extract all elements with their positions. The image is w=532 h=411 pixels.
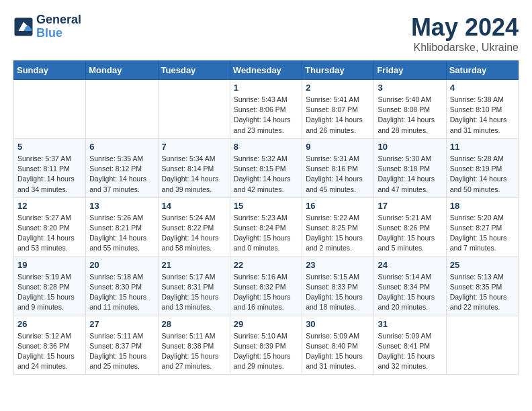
calendar-cell: 1Sunrise: 5:43 AMSunset: 8:06 PMDaylight… bbox=[230, 80, 302, 139]
day-info: Sunrise: 5:19 AMSunset: 8:28 PMDaylight:… bbox=[17, 272, 82, 313]
day-info: Sunrise: 5:09 AMSunset: 8:41 PMDaylight:… bbox=[378, 331, 442, 372]
calendar-cell: 16Sunrise: 5:22 AMSunset: 8:25 PMDayligh… bbox=[302, 197, 374, 257]
day-number: 30 bbox=[306, 319, 370, 329]
logo-line1: General bbox=[36, 13, 81, 27]
calendar-cell: 21Sunrise: 5:17 AMSunset: 8:31 PMDayligh… bbox=[158, 257, 230, 316]
column-header-saturday: Saturday bbox=[446, 61, 518, 80]
day-number: 6 bbox=[89, 142, 154, 152]
day-info: Sunrise: 5:35 AMSunset: 8:12 PMDaylight:… bbox=[89, 154, 154, 195]
calendar-cell: 26Sunrise: 5:12 AMSunset: 8:36 PMDayligh… bbox=[14, 316, 86, 375]
calendar-cell: 20Sunrise: 5:18 AMSunset: 8:30 PMDayligh… bbox=[86, 257, 158, 316]
day-info: Sunrise: 5:22 AMSunset: 8:25 PMDaylight:… bbox=[306, 213, 370, 254]
day-number: 21 bbox=[162, 260, 226, 270]
page-header: General Blue May 2024 Khlibodarske, Ukra… bbox=[13, 13, 519, 54]
calendar-cell bbox=[14, 80, 86, 139]
calendar-cell: 24Sunrise: 5:14 AMSunset: 8:34 PMDayligh… bbox=[374, 257, 446, 316]
day-number: 31 bbox=[378, 319, 442, 329]
calendar-cell: 11Sunrise: 5:28 AMSunset: 8:19 PMDayligh… bbox=[446, 138, 518, 197]
day-number: 8 bbox=[234, 142, 298, 152]
day-number: 15 bbox=[234, 201, 298, 211]
calendar-cell: 23Sunrise: 5:15 AMSunset: 8:33 PMDayligh… bbox=[302, 257, 374, 316]
day-info: Sunrise: 5:40 AMSunset: 8:08 PMDaylight:… bbox=[378, 95, 442, 136]
column-header-wednesday: Wednesday bbox=[230, 61, 302, 80]
day-number: 1 bbox=[234, 83, 298, 93]
day-info: Sunrise: 5:28 AMSunset: 8:19 PMDaylight:… bbox=[450, 154, 515, 195]
day-number: 23 bbox=[306, 260, 370, 270]
day-number: 16 bbox=[306, 201, 370, 211]
calendar-cell: 13Sunrise: 5:26 AMSunset: 8:21 PMDayligh… bbox=[86, 197, 158, 257]
calendar-cell: 6Sunrise: 5:35 AMSunset: 8:12 PMDaylight… bbox=[86, 138, 158, 197]
day-info: Sunrise: 5:17 AMSunset: 8:31 PMDaylight:… bbox=[162, 272, 226, 313]
calendar-week-row: 19Sunrise: 5:19 AMSunset: 8:28 PMDayligh… bbox=[14, 257, 519, 316]
day-info: Sunrise: 5:38 AMSunset: 8:10 PMDaylight:… bbox=[450, 95, 515, 136]
day-info: Sunrise: 5:11 AMSunset: 8:37 PMDaylight:… bbox=[89, 331, 154, 372]
day-info: Sunrise: 5:12 AMSunset: 8:36 PMDaylight:… bbox=[17, 331, 82, 372]
calendar-cell: 28Sunrise: 5:11 AMSunset: 8:38 PMDayligh… bbox=[158, 316, 230, 375]
day-info: Sunrise: 5:20 AMSunset: 8:27 PMDaylight:… bbox=[450, 213, 515, 254]
day-info: Sunrise: 5:23 AMSunset: 8:24 PMDaylight:… bbox=[234, 213, 298, 254]
logo-line2: Blue bbox=[36, 27, 81, 40]
calendar-cell: 15Sunrise: 5:23 AMSunset: 8:24 PMDayligh… bbox=[230, 197, 302, 257]
day-number: 5 bbox=[17, 142, 82, 152]
calendar-cell: 31Sunrise: 5:09 AMSunset: 8:41 PMDayligh… bbox=[374, 316, 446, 375]
day-number: 25 bbox=[450, 260, 515, 270]
calendar-cell: 22Sunrise: 5:16 AMSunset: 8:32 PMDayligh… bbox=[230, 257, 302, 316]
day-info: Sunrise: 5:27 AMSunset: 8:20 PMDaylight:… bbox=[17, 213, 82, 254]
day-info: Sunrise: 5:18 AMSunset: 8:30 PMDaylight:… bbox=[89, 272, 154, 313]
calendar-header-row: SundayMondayTuesdayWednesdayThursdayFrid… bbox=[14, 61, 519, 80]
day-number: 14 bbox=[162, 201, 226, 211]
calendar-cell bbox=[446, 316, 518, 375]
day-number: 19 bbox=[17, 260, 82, 270]
logo-icon bbox=[13, 17, 34, 37]
day-info: Sunrise: 5:13 AMSunset: 8:35 PMDaylight:… bbox=[450, 272, 515, 313]
calendar-cell: 2Sunrise: 5:41 AMSunset: 8:07 PMDaylight… bbox=[302, 80, 374, 139]
day-number: 24 bbox=[378, 260, 442, 270]
calendar-cell: 18Sunrise: 5:20 AMSunset: 8:27 PMDayligh… bbox=[446, 197, 518, 257]
calendar-cell: 19Sunrise: 5:19 AMSunset: 8:28 PMDayligh… bbox=[14, 257, 86, 316]
column-header-sunday: Sunday bbox=[14, 61, 86, 80]
day-number: 4 bbox=[450, 83, 515, 93]
calendar-cell: 8Sunrise: 5:32 AMSunset: 8:15 PMDaylight… bbox=[230, 138, 302, 197]
day-info: Sunrise: 5:34 AMSunset: 8:14 PMDaylight:… bbox=[162, 154, 226, 195]
column-header-thursday: Thursday bbox=[302, 61, 374, 80]
day-number: 12 bbox=[17, 201, 82, 211]
logo: General Blue bbox=[13, 13, 81, 40]
day-number: 20 bbox=[89, 260, 154, 270]
day-number: 2 bbox=[306, 83, 370, 93]
day-info: Sunrise: 5:43 AMSunset: 8:06 PMDaylight:… bbox=[234, 95, 298, 136]
calendar-cell: 4Sunrise: 5:38 AMSunset: 8:10 PMDaylight… bbox=[446, 80, 518, 139]
day-number: 7 bbox=[162, 142, 226, 152]
day-info: Sunrise: 5:15 AMSunset: 8:33 PMDaylight:… bbox=[306, 272, 370, 313]
day-info: Sunrise: 5:11 AMSunset: 8:38 PMDaylight:… bbox=[162, 331, 226, 372]
column-header-friday: Friday bbox=[374, 61, 446, 80]
day-number: 22 bbox=[234, 260, 298, 270]
location-subtitle: Khlibodarske, Ukraine bbox=[411, 42, 519, 54]
calendar-cell bbox=[86, 80, 158, 139]
day-number: 28 bbox=[162, 319, 226, 329]
month-title: May 2024 bbox=[411, 13, 519, 42]
calendar-cell bbox=[158, 80, 230, 139]
calendar-cell: 30Sunrise: 5:09 AMSunset: 8:40 PMDayligh… bbox=[302, 316, 374, 375]
day-number: 27 bbox=[89, 319, 154, 329]
calendar-cell: 10Sunrise: 5:30 AMSunset: 8:18 PMDayligh… bbox=[374, 138, 446, 197]
day-info: Sunrise: 5:26 AMSunset: 8:21 PMDaylight:… bbox=[89, 213, 154, 254]
calendar-cell: 12Sunrise: 5:27 AMSunset: 8:20 PMDayligh… bbox=[14, 197, 86, 257]
calendar-week-row: 12Sunrise: 5:27 AMSunset: 8:20 PMDayligh… bbox=[14, 197, 519, 257]
column-header-monday: Monday bbox=[86, 61, 158, 80]
calendar-cell: 14Sunrise: 5:24 AMSunset: 8:22 PMDayligh… bbox=[158, 197, 230, 257]
logo-text: General Blue bbox=[36, 13, 81, 40]
day-info: Sunrise: 5:16 AMSunset: 8:32 PMDaylight:… bbox=[234, 272, 298, 313]
day-info: Sunrise: 5:37 AMSunset: 8:11 PMDaylight:… bbox=[17, 154, 82, 195]
day-number: 13 bbox=[89, 201, 154, 211]
day-info: Sunrise: 5:41 AMSunset: 8:07 PMDaylight:… bbox=[306, 95, 370, 136]
calendar-week-row: 26Sunrise: 5:12 AMSunset: 8:36 PMDayligh… bbox=[14, 316, 519, 375]
calendar-cell: 27Sunrise: 5:11 AMSunset: 8:37 PMDayligh… bbox=[86, 316, 158, 375]
title-block: May 2024 Khlibodarske, Ukraine bbox=[411, 13, 519, 54]
day-info: Sunrise: 5:32 AMSunset: 8:15 PMDaylight:… bbox=[234, 154, 298, 195]
calendar-week-row: 1Sunrise: 5:43 AMSunset: 8:06 PMDaylight… bbox=[14, 80, 519, 139]
day-number: 9 bbox=[306, 142, 370, 152]
day-number: 10 bbox=[378, 142, 442, 152]
day-number: 18 bbox=[450, 201, 515, 211]
calendar-cell: 17Sunrise: 5:21 AMSunset: 8:26 PMDayligh… bbox=[374, 197, 446, 257]
day-info: Sunrise: 5:14 AMSunset: 8:34 PMDaylight:… bbox=[378, 272, 442, 313]
